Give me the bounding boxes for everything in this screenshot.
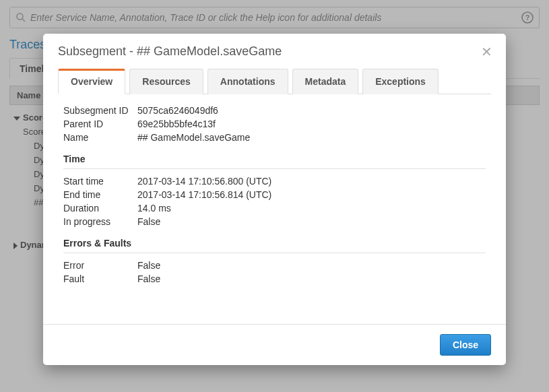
label: In progress	[63, 216, 137, 227]
time-heading: Time	[63, 154, 486, 169]
row-start-time: Start time 2017-03-14 17:10:56.800 (UTC)	[63, 174, 486, 188]
modal-title: Subsegment - ## GameModel.saveGame	[58, 44, 282, 59]
value: False	[137, 260, 160, 271]
row-error: Error False	[63, 259, 486, 272]
label: Start time	[63, 176, 137, 187]
value: 2017-03-14 17:10:56.814 (UTC)	[137, 189, 271, 200]
tab-metadata[interactable]: Metadata	[292, 69, 359, 94]
close-button[interactable]: Close	[440, 334, 491, 356]
value: ## GameModel.saveGame	[137, 132, 250, 143]
value: 69e25bb5bfe4c13f	[137, 119, 216, 129]
row-fault: Fault False	[63, 272, 486, 286]
subsegment-modal: Subsegment - ## GameModel.saveGame ✕ Ove…	[43, 34, 506, 365]
modal-body: Overview Resources Annotations Metadata …	[43, 68, 506, 324]
row-duration: Duration 14.0 ms	[63, 201, 486, 215]
row-subsegment-id: Subsegment ID 5075ca6246049df6	[63, 104, 486, 117]
value: 5075ca6246049df6	[137, 105, 218, 116]
value: False	[137, 273, 160, 284]
close-icon[interactable]: ✕	[481, 45, 492, 59]
row-in-progress: In progress False	[63, 215, 486, 228]
tab-overview[interactable]: Overview	[58, 69, 125, 94]
label: Parent ID	[63, 119, 137, 129]
row-name: Name ## GameModel.saveGame	[63, 131, 486, 144]
value: False	[137, 216, 160, 227]
overview-panel: Subsegment ID 5075ca6246049df6 Parent ID…	[58, 94, 491, 292]
tab-resources[interactable]: Resources	[129, 69, 203, 94]
tab-annotations[interactable]: Annotations	[207, 69, 288, 94]
value: 14.0 ms	[137, 203, 171, 214]
errors-faults-heading: Errors & Faults	[63, 238, 486, 253]
label: Error	[63, 260, 137, 271]
row-parent-id: Parent ID 69e25bb5bfe4c13f	[63, 117, 486, 131]
label: Name	[63, 132, 137, 143]
value: 2017-03-14 17:10:56.800 (UTC)	[137, 176, 271, 187]
row-end-time: End time 2017-03-14 17:10:56.814 (UTC)	[63, 188, 486, 201]
modal-tabs: Overview Resources Annotations Metadata …	[58, 68, 491, 94]
label: Subsegment ID	[63, 105, 137, 116]
modal-footer: Close	[43, 324, 506, 365]
tab-exceptions[interactable]: Exceptions	[362, 69, 439, 94]
label: Fault	[63, 273, 137, 284]
modal-header: Subsegment - ## GameModel.saveGame ✕	[43, 34, 506, 68]
label: End time	[63, 189, 137, 200]
label: Duration	[63, 203, 137, 214]
